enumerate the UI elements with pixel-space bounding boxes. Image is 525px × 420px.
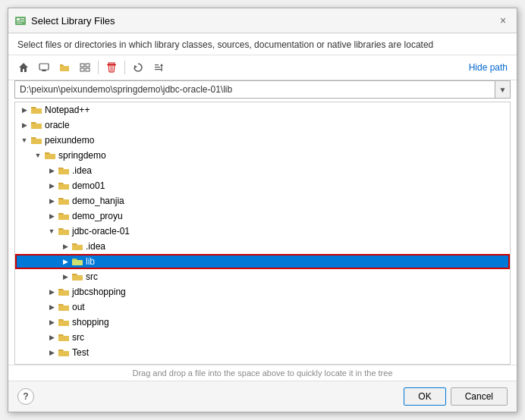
- tree-item[interactable]: ▶ demo_proyu: [15, 208, 510, 224]
- tree-toggle: ▶: [46, 331, 58, 343]
- tree-label: demo_hanjia: [72, 196, 124, 206]
- expand-button[interactable]: [76, 58, 94, 77]
- folder-icon: [58, 286, 70, 298]
- svg-rect-18: [155, 64, 159, 65]
- folder-svg: [58, 227, 69, 236]
- tree-item[interactable]: ▶ src: [15, 269, 510, 284]
- tree-toggle: ▶: [59, 255, 71, 268]
- folder-icon: [58, 165, 70, 177]
- tree-toggle: ▶: [59, 271, 71, 283]
- sort-button[interactable]: [149, 58, 168, 77]
- svg-rect-11: [80, 68, 84, 71]
- refresh-button[interactable]: [129, 58, 147, 77]
- path-bar: ▼: [14, 80, 511, 99]
- tree-item[interactable]: ▶ jdbcshopping: [15, 284, 510, 299]
- tree-item[interactable]: ▶ out: [15, 299, 510, 315]
- path-dropdown-button[interactable]: ▼: [495, 81, 510, 98]
- tree-label: .idea: [72, 165, 92, 176]
- tree-container[interactable]: ▶ Notepad++ ▶ oracle ▼: [14, 102, 511, 365]
- path-input[interactable]: [15, 82, 495, 97]
- svg-rect-0: [15, 17, 26, 25]
- close-button[interactable]: ×: [495, 13, 511, 28]
- svg-rect-5: [17, 23, 22, 24]
- svg-rect-4: [17, 21, 24, 22]
- tree-item[interactable]: ▶ .idea: [15, 239, 510, 254]
- bottom-right-buttons: OK Cancel: [404, 387, 508, 406]
- toolbar: Hide path: [8, 55, 517, 80]
- folder-icon: [71, 271, 83, 283]
- folder-svg: [31, 121, 42, 130]
- folder-svg: [31, 136, 42, 145]
- folder-svg: [58, 333, 69, 342]
- folder-svg: [58, 212, 69, 221]
- svg-rect-9: [80, 64, 84, 67]
- folder-icon: [30, 134, 42, 146]
- delete-button[interactable]: [102, 58, 121, 77]
- svg-rect-12: [86, 68, 90, 71]
- title-bar-left: Select Library Files: [14, 14, 115, 27]
- tree-item[interactable]: ▶ src: [15, 330, 510, 345]
- tree-label: peixundemo: [45, 135, 94, 146]
- toolbar-separator-2: [124, 61, 125, 74]
- expand-icon: [80, 62, 90, 73]
- bottom-bar: ? OK Cancel: [8, 381, 517, 412]
- folder-svg: [58, 302, 69, 312]
- folder-icon: [58, 301, 70, 313]
- tree-label: src: [86, 271, 98, 282]
- sort-icon: [153, 62, 164, 73]
- svg-rect-8: [42, 70, 46, 71]
- tree-item-lib[interactable]: ▶ lib: [15, 254, 510, 269]
- folder-icon: [59, 62, 70, 73]
- folder-svg: [58, 181, 69, 190]
- desktop-button[interactable]: [35, 58, 53, 77]
- help-button[interactable]: ?: [17, 388, 34, 405]
- tree-item[interactable]: ▶ Notepad++: [15, 102, 510, 118]
- tree-toggle: ▶: [59, 240, 71, 252]
- tree-label: shopping: [72, 317, 109, 328]
- tree-item[interactable]: ▶ demo_hanjia: [15, 193, 510, 208]
- folder-svg: [58, 348, 69, 357]
- dialog: Select Library Files × Select files or d…: [8, 8, 517, 412]
- home-icon: [18, 62, 29, 73]
- folder-icon: [30, 104, 42, 116]
- tree-item[interactable]: ▼ jdbc-oracle-01: [15, 224, 510, 239]
- dialog-icon: [14, 14, 27, 27]
- tree-toggle: ▼: [18, 134, 30, 146]
- tree-label: Test: [72, 347, 89, 358]
- home-button[interactable]: [14, 58, 33, 77]
- tree-item[interactable]: ▶ shopping: [15, 315, 510, 330]
- tree-label: jdbc-oracle-01: [72, 226, 130, 237]
- drag-hint: Drag and drop a file into the space abov…: [8, 365, 517, 381]
- tree-item[interactable]: ▼ peixundemo: [15, 133, 510, 148]
- delete-icon: [107, 62, 116, 73]
- tree-toggle: ▶: [46, 286, 58, 298]
- tree-label: demo_proyu: [72, 211, 123, 221]
- folder-button[interactable]: [55, 58, 74, 77]
- tree-item[interactable]: ▶ Test: [15, 345, 510, 360]
- tree-toggle: ▶: [46, 165, 58, 177]
- svg-rect-19: [155, 67, 160, 67]
- svg-rect-1: [17, 18, 20, 20]
- folder-icon: [58, 331, 70, 343]
- svg-rect-14: [108, 63, 115, 64]
- tree-toggle: ▶: [18, 104, 30, 116]
- tree-item[interactable]: ▼ springdemo: [15, 148, 510, 163]
- folder-svg: [31, 105, 42, 114]
- svg-marker-17: [134, 65, 137, 68]
- folder-svg: [72, 242, 83, 251]
- ok-button[interactable]: OK: [404, 387, 445, 406]
- folder-svg: [72, 257, 83, 266]
- toolbar-separator-1: [98, 61, 99, 74]
- tree-item[interactable]: ▶ .idea: [15, 163, 510, 178]
- folder-svg: [45, 151, 55, 160]
- tree-toggle: ▶: [46, 301, 58, 313]
- tree-item[interactable]: ▶ demo01: [15, 178, 510, 193]
- folder-icon: [44, 149, 56, 161]
- hide-path-link[interactable]: Hide path: [469, 62, 508, 73]
- title-bar: Select Library Files ×: [8, 8, 517, 33]
- tree-label: springdemo: [58, 150, 106, 161]
- tree-item[interactable]: ▶ oracle: [15, 118, 510, 133]
- cancel-button[interactable]: Cancel: [451, 387, 508, 406]
- folder-icon: [30, 119, 42, 131]
- folder-svg: [58, 166, 69, 175]
